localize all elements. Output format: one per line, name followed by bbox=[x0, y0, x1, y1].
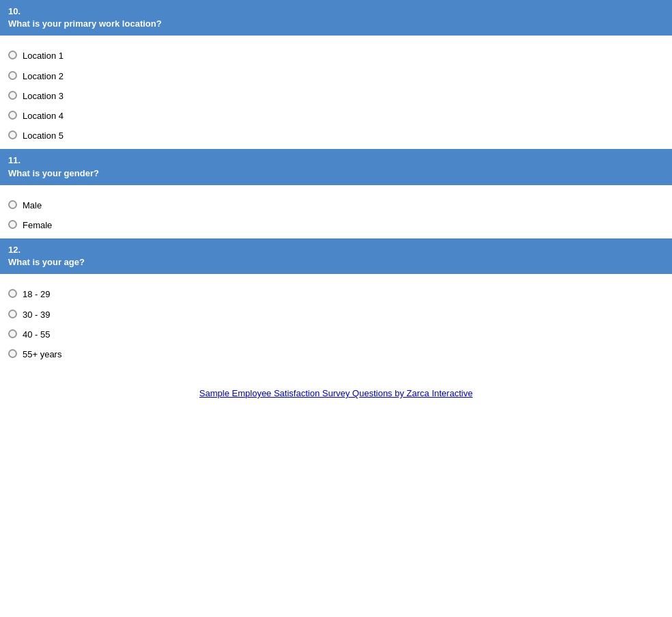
list-item: Location 4 bbox=[8, 107, 664, 125]
radio-btn-loc5[interactable] bbox=[8, 131, 17, 139]
list-item: 55+ years bbox=[8, 345, 664, 364]
radio-btn-age2[interactable] bbox=[8, 310, 17, 318]
option-label-loc4: Location 4 bbox=[23, 109, 64, 122]
radio-btn-loc4[interactable] bbox=[8, 111, 17, 120]
options-container-q11: MaleFemale bbox=[0, 191, 672, 238]
radio-btn-loc2[interactable] bbox=[8, 71, 17, 80]
list-item: Location 1 bbox=[8, 46, 664, 65]
option-label-loc1: Location 1 bbox=[23, 49, 64, 62]
radio-loc3[interactable] bbox=[8, 91, 17, 102]
radio-age3[interactable] bbox=[8, 329, 17, 340]
list-item: Female bbox=[8, 216, 664, 234]
radio-loc1[interactable] bbox=[8, 51, 17, 61]
option-label-female: Female bbox=[23, 219, 52, 232]
radio-male[interactable] bbox=[8, 200, 17, 211]
option-label-age1: 18 - 29 bbox=[23, 288, 50, 301]
question-header-q12: 12.What is your age? bbox=[0, 238, 672, 274]
list-item: Male bbox=[8, 196, 664, 215]
list-item: Location 3 bbox=[8, 87, 664, 105]
question-text-q10: What is your primary work location? bbox=[8, 18, 664, 30]
radio-btn-female[interactable] bbox=[8, 220, 17, 229]
option-label-age2: 30 - 39 bbox=[23, 308, 50, 321]
question-number-q11: 11. bbox=[8, 154, 664, 167]
option-label-age3: 40 - 55 bbox=[23, 328, 50, 341]
footer-section: Sample Employee Satisfaction Survey Ques… bbox=[0, 374, 672, 412]
option-label-age4: 55+ years bbox=[23, 348, 61, 361]
radio-loc2[interactable] bbox=[8, 71, 17, 82]
survey-container: 10.What is your primary work location?Lo… bbox=[0, 0, 672, 368]
radio-btn-male[interactable] bbox=[8, 200, 17, 209]
question-header-q10: 10.What is your primary work location? bbox=[0, 0, 672, 36]
footer-link[interactable]: Sample Employee Satisfaction Survey Ques… bbox=[199, 388, 473, 398]
radio-loc5[interactable] bbox=[8, 131, 17, 141]
list-item: Location 5 bbox=[8, 126, 664, 145]
question-number-q12: 12. bbox=[8, 244, 664, 256]
options-container-q12: 18 - 2930 - 3940 - 5555+ years bbox=[0, 279, 672, 368]
radio-female[interactable] bbox=[8, 220, 17, 231]
list-item: 30 - 39 bbox=[8, 305, 664, 324]
radio-age4[interactable] bbox=[8, 349, 17, 360]
radio-btn-age3[interactable] bbox=[8, 329, 17, 338]
question-number-q10: 10. bbox=[8, 5, 664, 18]
option-label-loc2: Location 2 bbox=[23, 70, 64, 83]
radio-btn-loc3[interactable] bbox=[8, 91, 17, 100]
list-item: Location 2 bbox=[8, 67, 664, 85]
radio-age2[interactable] bbox=[8, 310, 17, 320]
radio-btn-age1[interactable] bbox=[8, 289, 17, 298]
radio-btn-age4[interactable] bbox=[8, 349, 17, 358]
list-item: 40 - 55 bbox=[8, 325, 664, 344]
option-label-loc3: Location 3 bbox=[23, 90, 64, 102]
question-text-q12: What is your age? bbox=[8, 256, 664, 269]
radio-age1[interactable] bbox=[8, 289, 17, 300]
question-header-q11: 11.What is your gender? bbox=[0, 149, 672, 184]
option-label-loc5: Location 5 bbox=[23, 129, 64, 142]
radio-btn-loc1[interactable] bbox=[8, 51, 17, 59]
question-text-q11: What is your gender? bbox=[8, 167, 664, 180]
option-label-male: Male bbox=[23, 199, 42, 212]
radio-loc4[interactable] bbox=[8, 111, 17, 122]
options-container-q10: Location 1Location 2Location 3Location 4… bbox=[0, 41, 672, 149]
list-item: 18 - 29 bbox=[8, 285, 664, 303]
